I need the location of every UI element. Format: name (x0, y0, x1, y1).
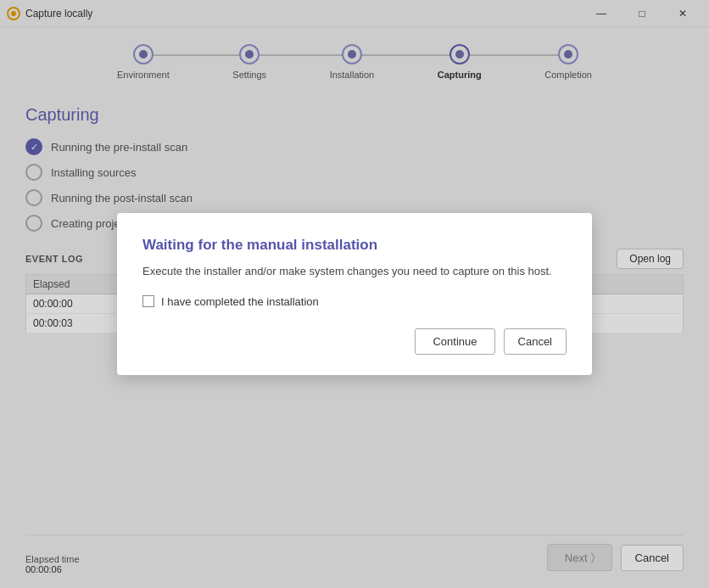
cancel-button-modal[interactable]: Cancel (504, 328, 567, 355)
modal-title: Waiting for the manual installation (142, 237, 567, 254)
continue-button[interactable]: Continue (415, 328, 494, 355)
modal-buttons: Continue Cancel (142, 328, 567, 355)
installation-complete-label: I have completed the installation (161, 295, 319, 308)
modal-overlay: Waiting for the manual installation Exec… (0, 0, 709, 588)
installation-complete-checkbox[interactable] (142, 295, 154, 307)
modal-dialog: Waiting for the manual installation Exec… (117, 213, 592, 374)
modal-checkbox-row: I have completed the installation (142, 295, 567, 308)
modal-description: Execute the installer and/or make system… (142, 264, 567, 279)
